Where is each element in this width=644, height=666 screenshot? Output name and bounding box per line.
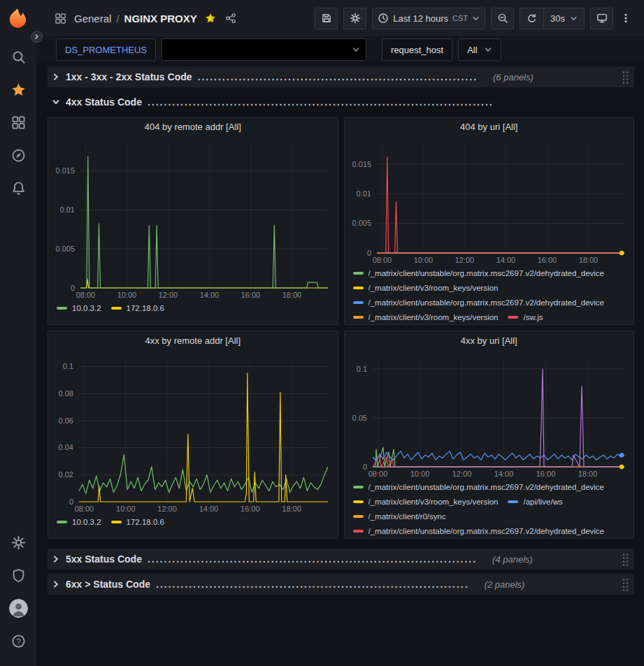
chart-canvas: 00.0050.010.01508:0010:0012:0014:0016:00… <box>48 136 338 301</box>
sidebar-item-explore[interactable] <box>0 139 36 172</box>
legend-item[interactable]: /api/live/ws <box>508 494 562 509</box>
row-4xx[interactable]: 4xx Status Code ........................… <box>48 92 634 113</box>
series-color-marker <box>353 301 364 304</box>
dashboard-canvas: 1xx - 3xx - 2xx Status Code ............… <box>36 63 644 666</box>
chart-area[interactable]: 00.0050.010.01508:0010:0012:0014:0016:00… <box>48 136 338 301</box>
sidebar-item-settings[interactable] <box>0 526 36 559</box>
row-panel-count: (6 panels) <box>493 72 534 82</box>
chevron-right-icon <box>34 34 40 40</box>
panel-legend: 10.0.3.2172.18.0.6 <box>48 514 338 538</box>
avatar <box>9 599 28 618</box>
panel-title[interactable]: 4xx by uri [All] <box>345 331 634 350</box>
panels-grid-bottom: 4xx by remote addr [All] 00.020.040.060.… <box>48 331 634 539</box>
svg-text:?: ? <box>16 637 21 646</box>
svg-text:0.05: 0.05 <box>352 414 366 422</box>
search-icon <box>11 50 26 64</box>
time-range-picker[interactable]: Last 12 hours CST <box>372 8 485 29</box>
series-color-marker <box>111 521 122 523</box>
svg-text:0.1: 0.1 <box>63 362 73 370</box>
sidebar-item-starred[interactable] <box>0 73 36 106</box>
datasource-variable-label[interactable]: DS_PROMETHEUS <box>56 38 156 61</box>
legend-item[interactable]: 172.18.0.6 <box>111 514 164 529</box>
svg-text:18:00: 18:00 <box>282 505 301 513</box>
legend-item[interactable]: /_matrix/client/unstable/org.matrix.msc2… <box>353 479 605 494</box>
request-host-variable-select[interactable]: All <box>458 38 501 61</box>
share-alt-icon <box>225 13 236 24</box>
row-1xx-3xx-2xx[interactable]: 1xx - 3xx - 2xx Status Code ............… <box>48 66 634 87</box>
sidebar-item-help[interactable]: ? <box>0 625 36 658</box>
legend-item[interactable]: /_matrix/client/r0/sync <box>353 509 446 523</box>
favorite-star-button[interactable] <box>205 13 216 24</box>
refresh-interval-dropdown[interactable]: 30s <box>543 8 584 29</box>
svg-text:10:00: 10:00 <box>410 470 429 478</box>
time-range-label: Last 12 hours <box>393 13 448 24</box>
datasource-variable-select[interactable] <box>162 38 366 61</box>
legend-item[interactable]: /_matrix/client/v3/room_keys/version <box>353 310 499 324</box>
legend-item[interactable]: /sw.js <box>508 310 543 324</box>
legend-item[interactable]: 172.18.0.6 <box>111 301 164 315</box>
row-drag-handle[interactable] <box>622 71 629 84</box>
series-color-marker <box>57 307 67 310</box>
legend-item[interactable]: /_matrix/client/unstable/org.matrix.msc2… <box>353 295 605 310</box>
svg-text:0.005: 0.005 <box>55 245 75 253</box>
legend-item[interactable]: /_matrix/client/unstable/org.matrix.msc2… <box>353 266 605 280</box>
refresh-button-group: 30s <box>520 8 585 29</box>
series-color-marker <box>353 515 364 518</box>
svg-text:0.015: 0.015 <box>352 160 371 168</box>
panel-title[interactable]: 4xx by remote addr [All] <box>48 331 338 350</box>
sidebar-item-dashboards[interactable] <box>0 106 36 139</box>
panels-grid-top: 404 by remote addr [All] 00.0050.010.015… <box>48 117 634 325</box>
legend-item[interactable]: /_matrix/client/unstable/org.matrix.msc2… <box>353 523 605 538</box>
row-5xx[interactable]: 5xx Status Code ........................… <box>48 549 634 570</box>
row-title: 4xx Status Code <box>66 96 142 108</box>
share-dashboard-button[interactable] <box>225 13 236 24</box>
svg-text:16:00: 16:00 <box>241 505 260 513</box>
save-dashboard-button[interactable] <box>315 8 338 29</box>
chevron-right-icon <box>52 73 60 81</box>
legend-item[interactable]: /_matrix/client/v3/room_keys/version <box>353 280 499 295</box>
tv-mode-button[interactable] <box>590 8 613 29</box>
navbar-kebab-menu[interactable] <box>619 8 633 29</box>
chart-area[interactable]: 00.050.108:0010:0012:0014:0016:0018:00 <box>345 350 634 479</box>
legend-item[interactable]: /_matrix/client/v3/room_keys/version <box>353 494 499 509</box>
dashboard-settings-button[interactable] <box>343 8 366 29</box>
legend-item[interactable]: 10.0.3.2 <box>57 514 101 529</box>
legend-label: /sw.js <box>523 313 543 321</box>
legend-label: /_matrix/client/unstable/org.matrix.msc2… <box>368 483 605 491</box>
grafana-logo[interactable] <box>6 7 30 31</box>
dashboard-submenu: DS_PROMETHEUS request_host All <box>36 36 644 63</box>
refresh-dashboard-button[interactable] <box>520 8 543 29</box>
panel-title[interactable]: 404 by remote addr [All] <box>48 117 338 136</box>
breadcrumb-dashboard-title[interactable]: NGINX PROXY <box>124 13 197 24</box>
shield-icon <box>11 568 26 583</box>
row-title-dots: ........................................… <box>148 553 477 565</box>
sidebar-expand-button[interactable] <box>31 31 43 43</box>
top-navbar: General / NGINX PROXY Last 12 hours CST <box>36 0 644 36</box>
panel-legend: /_matrix/client/unstable/org.matrix.msc2… <box>345 266 634 324</box>
legend-label: /_matrix/client/unstable/org.matrix.msc2… <box>368 269 605 277</box>
breadcrumb-section[interactable]: General <box>74 13 111 24</box>
legend-item[interactable]: 10.0.3.2 <box>57 301 101 315</box>
navbar-actions: Last 12 hours CST 30s <box>315 8 633 29</box>
row-6xx[interactable]: 6xx > Status Code ......................… <box>48 574 634 595</box>
bell-icon <box>11 181 26 196</box>
sidebar-item-search[interactable] <box>0 41 36 73</box>
sidebar-item-profile[interactable] <box>0 592 36 625</box>
gear-icon <box>350 13 361 24</box>
svg-text:0: 0 <box>71 284 75 292</box>
row-drag-handle[interactable] <box>622 578 629 591</box>
avatar-icon <box>9 599 28 618</box>
row-title: 1xx - 3xx - 2xx Status Code <box>66 71 192 82</box>
row-drag-handle[interactable] <box>622 553 629 566</box>
request-host-variable-label[interactable]: request_host <box>382 38 452 61</box>
chart-area[interactable]: 00.020.040.060.080.108:0010:0012:0014:00… <box>48 350 338 514</box>
dashboards-grid-icon <box>11 115 26 130</box>
panel-title[interactable]: 404 by uri [All] <box>345 117 634 136</box>
legend-label: /_matrix/client/unstable/org.matrix.msc2… <box>368 298 605 307</box>
sidebar-item-server-admin[interactable] <box>0 559 36 592</box>
row-title-dots: ........................................… <box>156 579 469 590</box>
chart-area[interactable]: 00.0050.010.01508:0010:0012:0014:0016:00… <box>345 136 634 266</box>
sidebar-item-alerting[interactable] <box>0 172 36 205</box>
svg-text:10:00: 10:00 <box>117 291 137 299</box>
zoom-out-time-button[interactable] <box>491 8 514 29</box>
